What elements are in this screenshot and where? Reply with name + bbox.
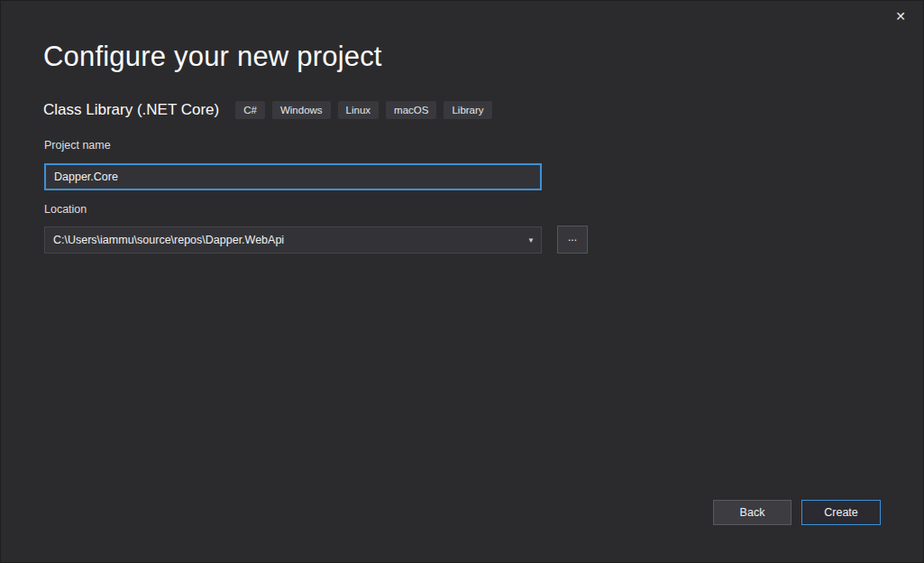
tag-platform-windows: Windows (272, 101, 331, 119)
create-button[interactable]: Create (801, 500, 881, 525)
project-name-input[interactable] (44, 163, 542, 190)
close-icon[interactable]: ✕ (887, 5, 914, 28)
project-name-label: Project name (44, 139, 111, 152)
back-button[interactable]: Back (713, 500, 791, 525)
project-type-row: Class Library (.NET Core) C# Windows Lin… (43, 98, 499, 122)
page-title: Configure your new project (43, 41, 382, 73)
tag-category-library: Library (444, 101, 491, 119)
location-combobox[interactable]: C:\Users\iammu\source\repos\Dapper.WebAp… (44, 226, 542, 254)
location-value: C:\Users\iammu\source\repos\Dapper.WebAp… (45, 234, 521, 246)
tag-language: C# (235, 101, 265, 119)
chevron-down-icon[interactable]: ▼ (521, 236, 541, 245)
tag-platform-linux: Linux (338, 101, 380, 119)
browse-button[interactable]: ... (557, 226, 588, 254)
tag-platform-macos: macOS (386, 101, 436, 119)
configure-project-dialog: ✕ Configure your new project Class Libra… (0, 0, 924, 563)
location-label: Location (44, 203, 87, 216)
project-type-name: Class Library (.NET Core) (43, 101, 219, 119)
